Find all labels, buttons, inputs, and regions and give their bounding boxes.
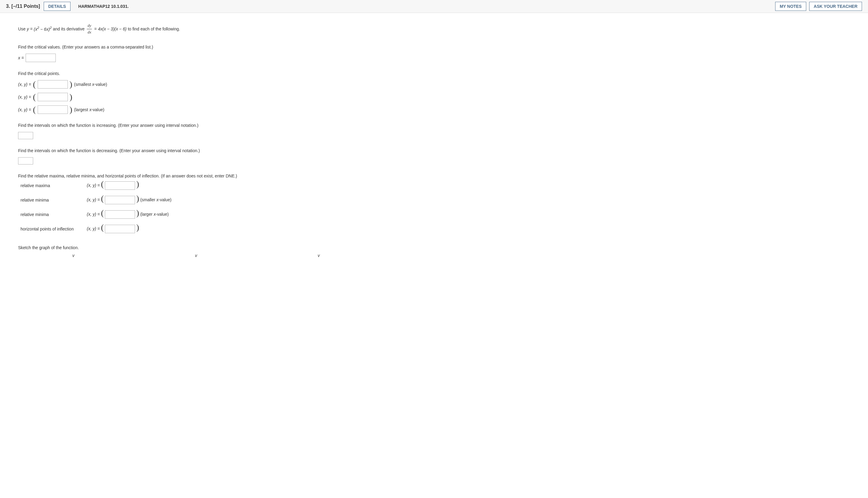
question-content: Use y = (x2 − 6x)2 and its derivative dy… [0,13,332,264]
rel-max-label: relative maxima [18,178,85,193]
details-button[interactable]: DETAILS [44,2,70,11]
critical-values-input[interactable] [26,54,56,62]
partial-axis-label: v [195,253,197,258]
xy-label: (x, y) = [18,107,31,112]
header-left: 3. [–/11 Points] DETAILS HARMATHAP12 10.… [6,2,133,11]
increasing-section: Find the intervals on which the function… [18,123,313,139]
smaller-x-note: (smaller x-value) [140,197,171,202]
paren-open: ( [101,222,104,232]
critical-values-label: Find the critical values. (Enter your an… [18,44,313,49]
xy-label: (x, y) = [18,82,31,87]
critical-points-label: Find the critical points. [18,71,313,76]
critical-point-2-input[interactable] [38,93,68,101]
smallest-x-note: (smallest x-value) [74,82,107,87]
critical-point-3-input[interactable] [38,105,68,114]
rel-max-input[interactable] [105,181,135,190]
decreasing-section: Find the intervals on which the function… [18,148,313,165]
problem-prompt: Use y = (x2 − 6x)2 and its derivative dy… [18,23,313,36]
xy-label: (x, y) = [87,226,101,231]
paren-close: ) [136,179,139,188]
paren-open: ( [101,179,104,188]
decreasing-input[interactable] [18,157,33,165]
paren-open: ( [101,193,104,203]
paren-close: ) [136,193,139,203]
my-notes-button[interactable]: MY NOTES [775,2,806,11]
xy-label: (x, y) = [87,197,101,202]
xy-label: (x, y) = [87,183,101,187]
rel-min-1-input[interactable] [105,196,135,204]
paren-open: ( [101,208,104,217]
ask-teacher-button[interactable]: ASK YOUR TEACHER [809,2,862,11]
critical-values-section: Find the critical values. (Enter your an… [18,44,313,62]
extrema-label: Find the relative maxima, relative minim… [18,173,313,178]
xy-label: (x, y) = [87,211,101,216]
paren-close: ) [136,222,139,232]
question-number: 3. [–/11 Points] [6,4,40,9]
partial-axis-label: v [72,253,75,258]
header-right: MY NOTES ASK YOUR TEACHER [775,2,862,11]
critical-points-section: Find the critical points. (x, y) = ( ) (… [18,71,313,114]
hpoi-input[interactable] [105,225,135,233]
rel-min-label: relative minima [18,207,85,222]
assignment-id: HARMATHAP12 10.1.031. [74,2,133,11]
sketch-section: Sketch the graph of the function. v v v [18,245,313,255]
paren-close: ) [136,208,139,217]
extrema-section: Find the relative maxima, relative minim… [18,173,313,236]
question-header: 3. [–/11 Points] DETAILS HARMATHAP12 10.… [0,0,868,13]
rel-min-2-input[interactable] [105,210,135,219]
decreasing-label: Find the intervals on which the function… [18,148,313,153]
x-equals-label: x = [18,55,24,60]
xy-label: (x, y) = [18,95,31,100]
largest-x-note: (largest x-value) [74,107,104,112]
larger-x-note: (larger x-value) [140,211,168,216]
critical-point-1-input[interactable] [38,80,68,89]
increasing-label: Find the intervals on which the function… [18,123,313,128]
partial-axis-label: v [318,253,320,258]
sketch-label: Sketch the graph of the function. [18,245,313,250]
rel-min-label: relative minima [18,193,85,207]
increasing-input[interactable] [18,132,33,139]
hpoi-label: horizontal points of inflection [18,222,85,236]
